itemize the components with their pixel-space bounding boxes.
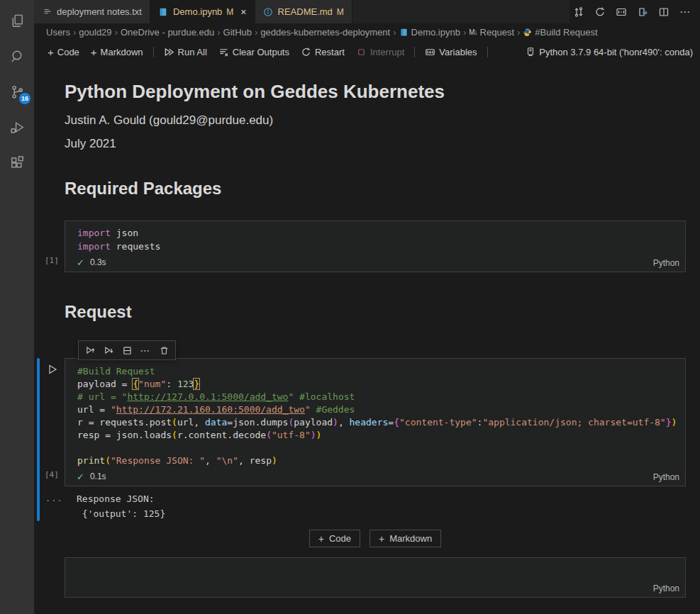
activity-bar: 16 <box>0 0 34 614</box>
code-line[interactable]: import requests <box>65 240 685 253</box>
code-line[interactable] <box>65 442 685 454</box>
run-above-icon[interactable] <box>82 342 99 358</box>
code-line[interactable]: print("Response JSON: ", "\n", resp) <box>65 454 685 467</box>
tab-readme-md[interactable]: README.md M <box>255 0 352 23</box>
toolbar-divider <box>414 47 415 57</box>
chevron-right-icon: › <box>392 27 396 38</box>
tab-deployment-notes[interactable]: deployment notes.txt <box>34 0 150 23</box>
variables-button[interactable]: Variables <box>420 45 482 60</box>
split-editor-icon[interactable] <box>655 4 673 21</box>
clear-outputs-icon <box>218 47 229 57</box>
empty-code-cell[interactable]: Python <box>65 557 686 598</box>
output-panel-icon[interactable] <box>612 4 630 21</box>
output-line: Response JSON: <box>77 491 686 506</box>
tab-bar: deployment notes.txt Demo.ipynb M × READ… <box>34 0 700 23</box>
plus-icon: + <box>318 534 324 544</box>
extensions-icon[interactable] <box>0 145 34 180</box>
chevron-right-icon: › <box>216 27 221 38</box>
cell-selection-indicator <box>37 358 40 521</box>
tab-label: README.md <box>278 6 333 17</box>
toolbar-divider <box>487 47 488 57</box>
run-below-icon[interactable] <box>100 342 117 358</box>
python-icon <box>523 28 532 37</box>
cell-language-picker[interactable]: Python <box>653 584 679 593</box>
restart-icon <box>301 47 311 57</box>
code-cell-request[interactable]: ⋯ #Build Request payload = {"num": 123} … <box>65 358 686 486</box>
text-file-icon <box>42 6 52 17</box>
tab-label: deployment notes.txt <box>57 6 142 17</box>
export-icon[interactable] <box>633 4 652 21</box>
code-line[interactable]: import json <box>65 226 685 240</box>
tab-label: Demo.ipynb <box>173 6 222 17</box>
chevron-right-icon: › <box>462 27 467 38</box>
code-line[interactable]: #Build Request <box>65 365 685 378</box>
clear-outputs-button[interactable]: Clear Outputs <box>213 45 294 60</box>
run-debug-icon[interactable] <box>0 109 34 145</box>
output-line: {'output': 125} <box>77 506 686 521</box>
breadcrumb-item[interactable]: geddes-kubernetes-deployment <box>260 27 390 38</box>
interrupt-button[interactable]: Interrupt <box>351 45 409 60</box>
chevron-right-icon: › <box>516 27 521 38</box>
success-check-icon: ✓ <box>77 471 84 482</box>
execution-time: 0.1s <box>90 471 106 481</box>
code-line[interactable]: url = "http://172.21.160.160:5000/add_tw… <box>65 403 685 416</box>
notebook-icon <box>399 28 409 37</box>
markdown-icon: M↓ <box>469 28 477 36</box>
interrupt-icon <box>356 47 367 57</box>
chevron-right-icon: › <box>72 27 77 38</box>
cell-output: ... Response JSON: {'output': 125} <box>65 491 686 521</box>
output-gutter-ellipsis[interactable]: ... <box>45 493 63 503</box>
restart-kernel-icon[interactable] <box>591 4 609 21</box>
search-icon[interactable] <box>0 38 34 74</box>
add-markdown-button[interactable]: + Markdown <box>86 45 148 60</box>
delete-cell-icon[interactable] <box>155 342 172 358</box>
chevron-right-icon: › <box>254 27 258 38</box>
add-code-button[interactable]: + Code <box>43 45 84 60</box>
chevron-right-icon: › <box>114 27 118 38</box>
breadcrumb-item-cell[interactable]: #Build Request <box>523 27 597 38</box>
run-all-button[interactable]: Run All <box>159 45 212 60</box>
more-actions-icon[interactable]: ⋯ <box>137 342 154 358</box>
cell-hover-toolbar: ⋯ <box>78 340 176 360</box>
restart-button[interactable]: Restart <box>296 45 350 60</box>
code-line[interactable]: resp = json.loads(r.content.decode("utf-… <box>65 429 685 442</box>
info-icon <box>263 6 274 17</box>
run-all-icon <box>164 47 174 57</box>
plus-icon: + <box>379 534 384 544</box>
code-cell-imports[interactable]: import json import requests ✓ 0.3s [1] P… <box>65 221 686 272</box>
code-line[interactable]: r = requests.post(url, data=json.dumps(p… <box>65 416 685 429</box>
kernel-picker[interactable]: Python 3.7.9 64-bit ('honr490': conda) <box>526 47 693 57</box>
close-icon[interactable]: × <box>240 7 246 17</box>
section-heading-request: Request <box>65 302 686 322</box>
source-control-icon[interactable]: 16 <box>0 74 34 109</box>
breadcrumb-item[interactable]: OneDrive - purdue.edu <box>121 27 214 38</box>
tab-demo-ipynb[interactable]: Demo.ipynb M × <box>150 0 255 23</box>
cell-status-bar: ✓ 0.1s <box>65 467 685 486</box>
run-cell-button[interactable] <box>46 363 59 376</box>
breadcrumb: Users › gould29 › OneDrive - purdue.edu … <box>34 23 700 41</box>
execution-time: 0.3s <box>90 257 106 267</box>
markdown-title: Python Deployment on Geddes Kubernetes <box>65 81 686 103</box>
selected-cell-region: ⋯ #Build Request payload = {"num": 123} … <box>65 358 686 521</box>
code-line[interactable]: # url = "http://127.0.0.1:5000/add_two" … <box>65 391 685 403</box>
plus-icon: + <box>48 47 54 57</box>
more-actions-icon[interactable]: ⋯ <box>676 4 694 21</box>
cell-language-picker[interactable]: Python <box>653 258 679 268</box>
code-line[interactable]: payload = {"num": 123} <box>65 378 685 391</box>
vscode-window: 16 deployment notes.txt Demo.ipynb M <box>0 0 700 614</box>
insert-code-button[interactable]: + Code <box>309 530 360 547</box>
breadcrumb-item[interactable]: gould29 <box>79 27 111 38</box>
execution-count: [1] <box>45 256 59 265</box>
cell-language-picker[interactable]: Python <box>653 472 679 482</box>
plus-icon: + <box>91 47 97 57</box>
split-cell-icon[interactable] <box>118 342 135 358</box>
notebook-body: Python Deployment on Geddes Kubernetes J… <box>34 62 700 614</box>
explorer-icon[interactable] <box>0 3 34 38</box>
breadcrumb-item[interactable]: Users <box>46 27 70 38</box>
breadcrumb-item-file[interactable]: Demo.ipynb <box>399 27 460 38</box>
compare-changes-icon[interactable] <box>570 4 588 21</box>
breadcrumb-item[interactable]: GitHub <box>223 27 252 38</box>
breadcrumb-item-section[interactable]: M↓ Request <box>469 27 514 38</box>
insert-markdown-button[interactable]: + Markdown <box>370 530 441 547</box>
editor-area: deployment notes.txt Demo.ipynb M × READ… <box>34 0 700 614</box>
